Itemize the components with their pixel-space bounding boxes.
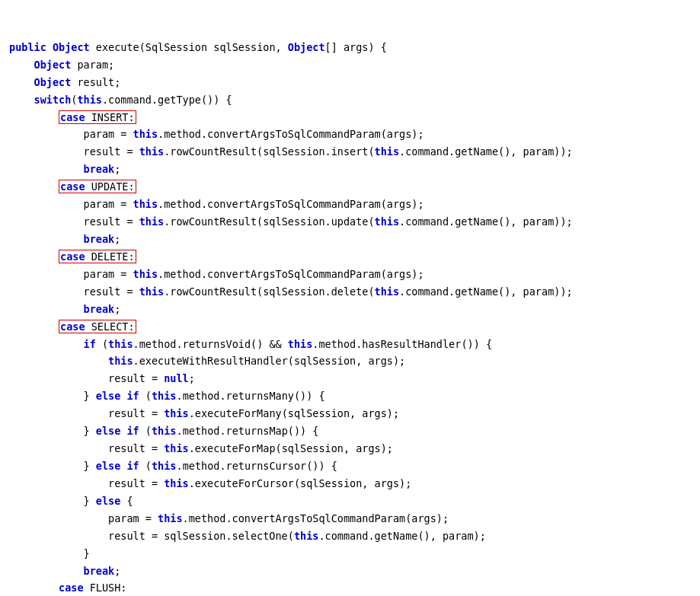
line-29: result = sqlSession.selectOne(this.comma… [9, 530, 486, 542]
line-10: param = this.method.convertArgsToSqlComm… [9, 198, 424, 210]
line-28: param = this.method.convertArgsToSqlComm… [9, 512, 449, 524]
line-1: public Object execute(SqlSession sqlSess… [9, 41, 387, 53]
line-11: result = this.rowCountResult(sqlSession.… [9, 215, 573, 228]
line-13: case DELETE: [9, 250, 136, 263]
line-20: result = null; [9, 372, 195, 384]
line-26: result = this.executeForCursor(sqlSessio… [9, 477, 411, 489]
line-3: Object result; [9, 76, 120, 88]
line-5: case INSERT: [9, 110, 136, 124]
line-24: result = this.executeForMap(sqlSession, … [9, 442, 393, 454]
line-32: case FLUSH: [9, 582, 126, 594]
line-14: param = this.method.convertArgsToSqlComm… [9, 268, 424, 280]
line-18: if (this.method.returnsVoid() && this.me… [9, 338, 492, 350]
line-8: break; [9, 163, 120, 175]
line-7: result = this.rowCountResult(sqlSession.… [9, 145, 573, 158]
code-viewer: public Object execute(SqlSession sqlSess… [9, 6, 691, 596]
line-31: break; [9, 565, 120, 577]
line-30: } [9, 547, 90, 559]
line-15: result = this.rowCountResult(sqlSession.… [9, 285, 573, 298]
line-22: result = this.executeForMany(sqlSession,… [9, 407, 399, 419]
line-21: } else if (this.method.returnsMany()) { [9, 390, 325, 402]
line-16: break; [9, 303, 120, 315]
line-2: Object param; [9, 59, 114, 71]
line-23: } else if (this.method.returnsMap()) { [9, 425, 318, 437]
line-4: switch(this.command.getType()) { [9, 94, 232, 106]
line-17: case SELECT: [9, 320, 136, 333]
line-9: case UPDATE: [9, 180, 136, 193]
line-12: break; [9, 233, 120, 245]
line-6: param = this.method.convertArgsToSqlComm… [9, 128, 424, 140]
line-19: this.executeWithResultHandler(sqlSession… [9, 355, 405, 367]
line-27: } else { [9, 495, 133, 507]
line-25: } else if (this.method.returnsCursor()) … [9, 460, 337, 472]
